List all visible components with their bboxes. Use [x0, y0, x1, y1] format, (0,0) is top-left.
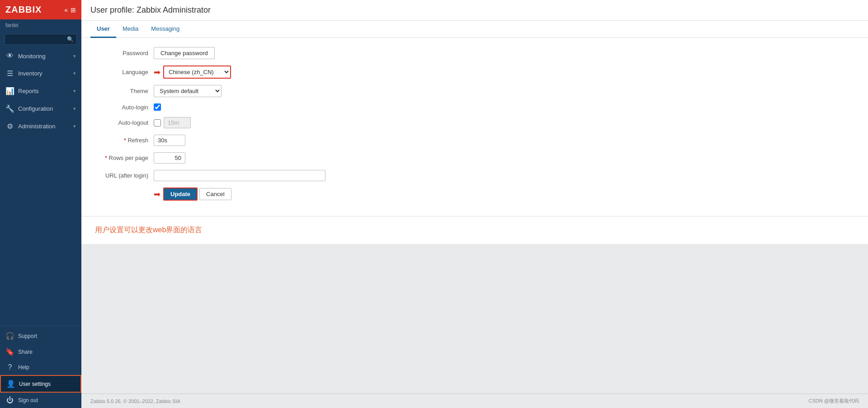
theme-select[interactable]: System default Blue Dark: [154, 85, 222, 97]
footer-left: Zabbix 5.0.26. © 2001–2022, Zabbix SIA: [90, 399, 180, 404]
rows-per-page-input[interactable]: [154, 152, 185, 164]
sidebar: ZABBIX « ⊞ fanlei 🔍 👁 Monitoring ▾ ☰ Inv…: [0, 0, 81, 408]
update-button[interactable]: Update: [163, 188, 198, 201]
sidebar-bottom: 🎧 Support 🔖 Share ? Help 👤 User settings…: [0, 326, 81, 408]
update-arrow-annotation: ➡: [154, 189, 160, 199]
sidebar-item-label-inventory: Inventory: [18, 70, 70, 77]
sidebar-item-label-administration: Administration: [18, 123, 70, 130]
collapse-icon[interactable]: «: [64, 6, 68, 14]
user-settings-icon: 👤: [6, 380, 15, 388]
sidebar-item-configuration[interactable]: 🔧 Configuration ▾: [0, 100, 81, 117]
sidebar-item-label-help: Help: [18, 364, 76, 370]
chevron-down-icon-configuration: ▾: [73, 106, 76, 112]
share-icon: 🔖: [5, 347, 14, 356]
sidebar-item-monitoring[interactable]: 👁 Monitoring ▾: [0, 47, 81, 65]
chevron-down-icon-reports: ▾: [73, 88, 76, 94]
password-label: Password: [95, 50, 154, 56]
sidebar-search-container: 🔍: [0, 31, 81, 47]
chevron-down-icon: ▾: [73, 53, 76, 59]
sidebar-item-label-share: Share: [18, 349, 76, 355]
reports-icon: 📊: [5, 87, 14, 95]
tab-user[interactable]: User: [90, 21, 116, 38]
sidebar-username: fanlei: [0, 19, 81, 31]
sign-out-icon: ⏻: [5, 396, 14, 404]
tab-messaging[interactable]: Messaging: [145, 21, 186, 38]
autologout-input[interactable]: [164, 117, 191, 128]
configuration-icon: 🔧: [5, 104, 14, 113]
sidebar-item-help[interactable]: ? Help: [0, 360, 81, 375]
password-row: Password Change password: [95, 47, 854, 59]
language-label: Language: [95, 69, 154, 75]
annotation-text: 用户设置可以更改web界面的语言: [95, 226, 202, 234]
sidebar-item-sign-out[interactable]: ⏻ Sign out: [0, 393, 81, 408]
autologout-checkbox[interactable]: [154, 119, 161, 127]
sidebar-item-user-settings[interactable]: 👤 User settings: [0, 375, 81, 393]
sidebar-item-reports[interactable]: 📊 Reports ▾: [0, 82, 81, 100]
grid-icon[interactable]: ⊞: [71, 6, 76, 14]
sidebar-nav: 👁 Monitoring ▾ ☰ Inventory ▾ 📊 Reports ▾…: [0, 47, 81, 326]
sidebar-item-label-sign-out: Sign out: [18, 397, 76, 403]
rows-per-page-label: Rows per page: [95, 155, 154, 161]
tabs: User Media Messaging: [81, 21, 868, 38]
chevron-down-icon-inventory: ▾: [73, 70, 76, 76]
autologout-row: Auto-logout: [95, 117, 854, 128]
sidebar-item-label-configuration: Configuration: [18, 105, 70, 112]
sidebar-item-support[interactable]: 🎧 Support: [0, 328, 81, 344]
language-row: Language ➡ Chinese (zh_CN) English (en_U…: [95, 66, 854, 79]
url-label: URL (after login): [95, 172, 154, 179]
support-icon: 🎧: [5, 332, 14, 340]
administration-icon: ⚙: [5, 122, 14, 131]
refresh-input[interactable]: [154, 135, 185, 146]
refresh-label: Refresh: [95, 137, 154, 144]
footer-bar: Zabbix 5.0.26. © 2001–2022, Zabbix SIA C…: [81, 394, 868, 408]
autologin-row: Auto-login: [95, 103, 854, 111]
footer-right: CSDN @微笑着敲代码: [809, 398, 859, 404]
autologout-label: Auto-logout: [95, 119, 154, 126]
language-select[interactable]: Chinese (zh_CN) English (en_US) System d…: [163, 66, 231, 79]
url-input[interactable]: [154, 170, 326, 181]
buttons-row: ➡ Update Cancel: [95, 188, 854, 201]
refresh-row: Refresh: [95, 135, 854, 146]
url-row: URL (after login): [95, 170, 854, 181]
help-icon: ?: [5, 363, 14, 371]
sidebar-item-label-user-settings: User settings: [19, 381, 75, 387]
inventory-icon: ☰: [5, 69, 14, 78]
form-container: User Media Messaging Password Change pas…: [81, 21, 868, 216]
search-input[interactable]: [5, 34, 77, 45]
sidebar-item-label-reports: Reports: [18, 88, 70, 94]
chevron-down-icon-administration: ▾: [73, 123, 76, 129]
sidebar-item-inventory[interactable]: ☰ Inventory ▾: [0, 65, 81, 82]
sidebar-logo-icons: « ⊞: [64, 6, 76, 14]
sidebar-logo: ZABBIX « ⊞: [0, 0, 81, 19]
language-arrow-annotation: ➡: [154, 67, 160, 77]
sidebar-item-label-monitoring: Monitoring: [18, 53, 70, 60]
sidebar-item-label-support: Support: [18, 333, 76, 339]
cancel-button[interactable]: Cancel: [199, 188, 231, 200]
monitoring-icon: 👁: [5, 52, 14, 60]
autologout-wrapper: [154, 117, 191, 128]
content-area: User Media Messaging Password Change pas…: [81, 21, 868, 408]
rows-per-page-row: Rows per page: [95, 152, 854, 164]
theme-label: Theme: [95, 88, 154, 94]
autologin-label: Auto-login: [95, 104, 154, 111]
sidebar-item-share[interactable]: 🔖 Share: [0, 344, 81, 360]
tab-media[interactable]: Media: [116, 21, 145, 38]
content-spacer: [81, 244, 868, 394]
change-password-button[interactable]: Change password: [154, 47, 215, 59]
theme-row: Theme System default Blue Dark: [95, 85, 854, 97]
logo-text: ZABBIX: [5, 5, 42, 15]
page-annotation: 用户设置可以更改web界面的语言: [81, 216, 868, 244]
sidebar-item-administration[interactable]: ⚙ Administration ▾: [0, 117, 81, 135]
autologin-checkbox[interactable]: [154, 103, 161, 111]
page-title: User profile: Zabbix Administrator: [90, 5, 859, 15]
main-content: User profile: Zabbix Administrator User …: [81, 0, 868, 408]
page-header: User profile: Zabbix Administrator: [81, 0, 868, 21]
form-body: Password Change password Language ➡ Chin…: [81, 38, 868, 216]
